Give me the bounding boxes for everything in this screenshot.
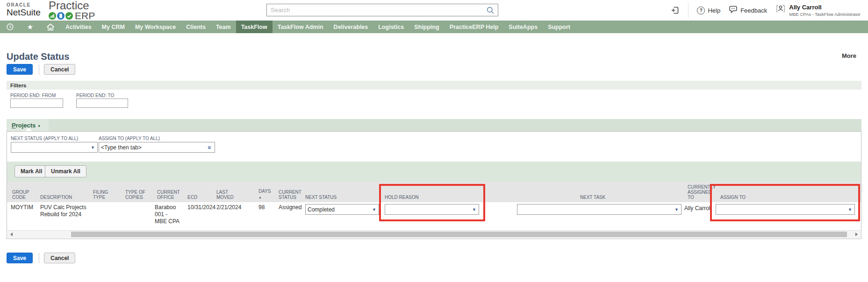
user-menu[interactable]: Ally Carroll MBE CPAs - TaskFlow Adminis… xyxy=(775,4,861,17)
header-divider xyxy=(688,3,689,18)
nav-item-taskflow-admin[interactable]: TaskFlow Admin xyxy=(273,21,329,33)
bottom-button-row: Save Cancel xyxy=(7,253,75,263)
save-button-bottom[interactable]: Save xyxy=(7,253,33,263)
netsuite-wordmark: NetSuite xyxy=(7,8,41,17)
cancel-button[interactable]: Cancel xyxy=(44,64,75,75)
save-button[interactable]: Save xyxy=(7,64,33,75)
page-title: Update Status xyxy=(7,51,69,62)
nav-item-suiteapps[interactable]: SuiteApps xyxy=(503,21,543,33)
nav-item-practiceerp-help[interactable]: PracticeERP Help xyxy=(445,21,504,33)
chevron-down-icon: ▼ xyxy=(472,207,476,212)
horizontal-scrollbar[interactable] xyxy=(7,230,861,238)
nav-item-activities[interactable]: Activities xyxy=(60,21,97,33)
double-chevron-down-icon[interactable]: » xyxy=(207,146,213,149)
shortcuts-star-icon[interactable]: ★ xyxy=(20,21,40,33)
chevron-down-icon: ▼ xyxy=(91,145,95,149)
user-name: Ally Carroll xyxy=(789,4,861,11)
cancel-button-bottom[interactable]: Cancel xyxy=(44,253,75,263)
cell-ecd: 10/31/2024 xyxy=(187,204,215,211)
mark-band: Mark All Unmark All xyxy=(7,162,861,182)
chevron-down-icon: ▼ xyxy=(674,207,679,212)
top-bar-actions: ? Help Feedback Ally Carroll MBE CPAs - … xyxy=(670,0,861,21)
column-header-ecd: ECD xyxy=(187,195,197,200)
cell-current-status: Assigned xyxy=(279,204,301,211)
search-input[interactable] xyxy=(267,7,486,14)
assign-to-dropdown[interactable]: ▼ xyxy=(716,204,855,215)
column-header-next-task: NEXT TASK xyxy=(580,195,605,200)
feedback-icon xyxy=(729,6,738,15)
feedback-label: Feedback xyxy=(740,7,767,14)
column-header-filing-type: FILING TYPE xyxy=(93,190,113,200)
feedback-menu[interactable]: Feedback xyxy=(729,6,767,15)
column-header-assign-to: ASSIGN TO xyxy=(720,195,746,200)
column-header-last-moved: LAST MOVED xyxy=(216,190,237,200)
nav-item-clients[interactable]: Clients xyxy=(181,21,211,33)
oracle-netsuite-logo[interactable]: ORACLE NetSuite xyxy=(7,3,41,17)
period-end-to-label: PERIOD END: TO xyxy=(76,93,114,98)
column-header-days-sorted[interactable]: DAYS▲ xyxy=(258,189,271,200)
practice-erp-logo[interactable]: Practice ERP xyxy=(49,0,95,21)
assign-to-apply-all-input[interactable] xyxy=(99,144,215,151)
period-end-to-input[interactable] xyxy=(76,99,128,108)
period-end-from-input[interactable] xyxy=(10,99,63,108)
filters-heading: Filters xyxy=(10,83,27,88)
column-header-next-status: NEXT STATUS xyxy=(305,195,337,200)
column-header-type-of-copies: TYPE OF COPIES xyxy=(125,190,150,200)
help-menu[interactable]: ? Help xyxy=(697,7,720,14)
home-icon[interactable] xyxy=(40,21,60,33)
chart-badge-icon xyxy=(49,12,56,20)
quick-add-icon[interactable] xyxy=(670,6,680,15)
scrollbar-thumb[interactable] xyxy=(71,232,847,237)
global-search xyxy=(266,4,498,16)
practice-wordmark: Practice xyxy=(49,0,95,11)
nav-item-taskflow[interactable]: TaskFlow xyxy=(236,21,273,33)
nav-item-my-crm[interactable]: My CRM xyxy=(97,21,130,33)
scroll-left-arrow-icon[interactable] xyxy=(10,233,13,236)
nav-item-my-workspace[interactable]: My Workspace xyxy=(130,21,181,33)
check-badge-icon xyxy=(65,12,73,20)
period-end-from-label: PERIOD END: FROM xyxy=(10,93,56,98)
top-button-row: Save Cancel xyxy=(7,64,75,75)
filters-section-header: Filters xyxy=(7,81,861,90)
cell-current-office: Baraboo 001 - MBE CPA xyxy=(155,204,180,225)
next-status-dropdown[interactable]: Completed ▼ xyxy=(305,204,379,215)
cell-description: PUV Calc Projects Rebuild for 2024 xyxy=(40,204,87,218)
scroll-right-arrow-icon[interactable] xyxy=(855,233,858,236)
sublist-tab-bar: Projects ● xyxy=(7,119,861,131)
top-bar: ORACLE NetSuite Practice ERP xyxy=(0,0,868,21)
column-header-hold-reason: HOLD REASON xyxy=(385,195,419,200)
more-link[interactable]: More xyxy=(842,52,856,59)
help-icon: ? xyxy=(697,7,705,14)
assign-to-apply-all-combo: » xyxy=(99,142,215,153)
cell-last-moved: 2/21/2024 xyxy=(216,204,241,211)
recent-records-icon[interactable] xyxy=(0,21,20,33)
main-nav: ★ Activities My CRM My Workspace Clients… xyxy=(0,21,868,33)
sort-ascending-icon: ▲ xyxy=(258,195,271,200)
column-header-currently-assigned-to: CURRENTLY ASSIGNED TO xyxy=(688,184,715,200)
erp-wordmark: ERP xyxy=(75,11,95,21)
mark-all-button[interactable]: Mark All xyxy=(14,165,48,177)
cell-days: 98 xyxy=(258,204,265,211)
projects-panel: NEXT STATUS (APPLY TO ALL) ▼ ASSIGN TO (… xyxy=(7,131,861,239)
table-header-row: GROUP CODE DESCRIPTION FILING TYPE TYPE … xyxy=(7,182,861,202)
column-header-current-status: CURRENT STATUS xyxy=(279,190,303,200)
help-label: Help xyxy=(708,7,720,14)
chevron-down-icon: ▼ xyxy=(372,207,376,212)
column-header-group-code: GROUP CODE xyxy=(12,190,35,200)
nav-item-logistics[interactable]: Logistics xyxy=(373,21,409,33)
chevron-down-icon: ▼ xyxy=(848,207,852,212)
nav-item-shipping[interactable]: Shipping xyxy=(409,21,444,33)
nav-item-support[interactable]: Support xyxy=(543,21,575,33)
user-role: MBE CPAs - TaskFlow Administrator xyxy=(789,12,861,17)
next-status-apply-all-label: NEXT STATUS (APPLY TO ALL) xyxy=(11,136,78,141)
oracle-wordmark: ORACLE xyxy=(7,3,41,7)
next-status-apply-all-dropdown[interactable]: ▼ xyxy=(11,142,98,153)
netsuite-app: ORACLE NetSuite Practice ERP xyxy=(0,0,868,282)
hold-reason-dropdown[interactable]: ▼ xyxy=(385,204,479,215)
next-task-dropdown[interactable]: ▼ xyxy=(517,204,681,215)
search-icon[interactable] xyxy=(486,6,495,14)
nav-item-team[interactable]: Team xyxy=(211,21,236,33)
button-divider xyxy=(39,253,39,263)
nav-item-deliverables[interactable]: Deliverables xyxy=(329,21,373,33)
unmark-all-button[interactable]: Unmark All xyxy=(45,165,86,177)
